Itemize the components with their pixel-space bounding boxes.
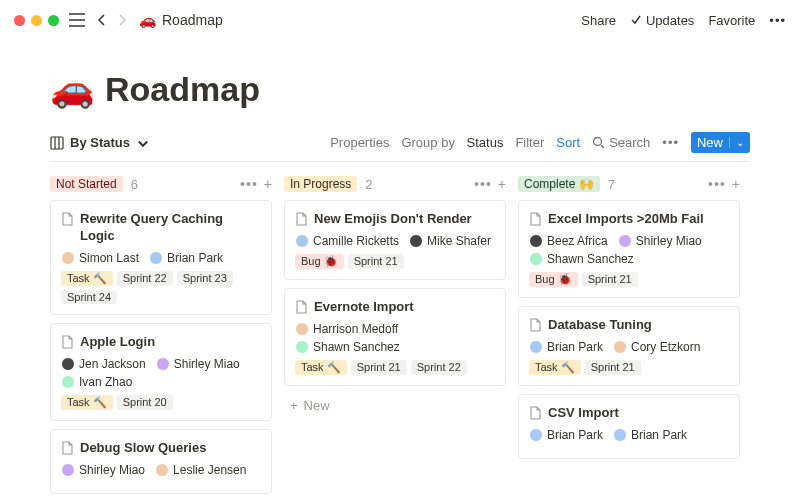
page-icon — [529, 212, 542, 226]
page-icon — [529, 318, 542, 332]
board-card[interactable]: Excel Imports >20Mb FailBeez AfricaShirl… — [518, 200, 740, 298]
more-icon[interactable]: ••• — [769, 13, 786, 28]
column-header: Complete 🙌7•••+ — [518, 176, 740, 192]
page-emoji[interactable]: 🚗 — [50, 68, 95, 110]
card-person: Leslie Jensen — [155, 463, 246, 477]
board-card[interactable]: Database TuningBrian ParkCory EtzkornTas… — [518, 306, 740, 386]
view-selector[interactable]: By Status — [50, 135, 150, 150]
person-name: Beez Africa — [547, 234, 608, 248]
avatar — [149, 251, 163, 265]
board-card[interactable]: Evernote ImportHarrison MedoffShawn Sanc… — [284, 288, 506, 386]
column-more-icon[interactable]: ••• — [474, 176, 492, 192]
person-name: Brian Park — [167, 251, 223, 265]
column-status-tag[interactable]: In Progress — [284, 176, 357, 192]
back-icon[interactable] — [95, 13, 109, 27]
updates-button[interactable]: Updates — [630, 13, 694, 28]
search-icon — [592, 136, 605, 149]
avatar — [61, 463, 75, 477]
board-card[interactable]: Apple LoginJen JacksonShirley MiaoIvan Z… — [50, 323, 272, 421]
card-title-text: Apple Login — [80, 334, 155, 351]
card-person: Camille Ricketts — [295, 234, 399, 248]
add-card-button[interactable]: +New — [284, 394, 506, 417]
filter-button[interactable]: Filter — [515, 135, 544, 150]
column-header: Not Started6•••+ — [50, 176, 272, 192]
column-status-tag[interactable]: Complete 🙌 — [518, 176, 600, 192]
card-tags: Task 🔨Sprint 21Sprint 22 — [295, 360, 495, 375]
chevron-down-icon[interactable]: ⌄ — [729, 137, 744, 148]
card-person: Shawn Sanchez — [529, 252, 634, 266]
menu-icon[interactable] — [69, 13, 85, 27]
card-tag: Sprint 20 — [117, 395, 173, 410]
maximize-window-icon[interactable] — [48, 15, 59, 26]
card-person: Brian Park — [613, 428, 687, 442]
share-button[interactable]: Share — [581, 13, 616, 28]
favorite-button[interactable]: Favorite — [708, 13, 755, 28]
card-tags: Task 🔨Sprint 22Sprint 23Sprint 24 — [61, 271, 261, 304]
card-tag: Task 🔨 — [529, 360, 581, 375]
card-tag: Task 🔨 — [61, 271, 113, 286]
check-icon — [630, 14, 642, 26]
page-title[interactable]: Roadmap — [105, 70, 260, 109]
column-more-icon[interactable]: ••• — [708, 176, 726, 192]
avatar — [613, 340, 627, 354]
plus-icon: + — [290, 398, 298, 413]
card-person: Harrison Medoff — [295, 322, 398, 336]
card-person: Shawn Sanchez — [295, 340, 400, 354]
card-people: Jen JacksonShirley MiaoIvan Zhao — [61, 357, 261, 389]
avatar — [295, 234, 309, 248]
board-card[interactable]: New Emojis Don't RenderCamille RickettsM… — [284, 200, 506, 280]
avatar — [295, 322, 309, 336]
avatar — [613, 428, 627, 442]
person-name: Jen Jackson — [79, 357, 146, 371]
avatar — [61, 357, 75, 371]
sort-button[interactable]: Sort — [556, 135, 580, 150]
forward-icon[interactable] — [115, 13, 129, 27]
column-count: 2 — [365, 177, 372, 192]
properties-button[interactable]: Properties — [330, 135, 389, 150]
traffic-lights — [14, 15, 59, 26]
close-window-icon[interactable] — [14, 15, 25, 26]
card-person: Cory Etzkorn — [613, 340, 700, 354]
window-topbar: 🚗 Roadmap Share Updates Favorite ••• — [0, 0, 800, 40]
card-person: Shirley Miao — [618, 234, 702, 248]
board-card[interactable]: CSV ImportBrian ParkBrian Park — [518, 394, 740, 459]
groupby-button[interactable]: Group by Status — [401, 135, 503, 150]
board-column: Not Started6•••+Rewrite Query Caching Lo… — [50, 176, 272, 500]
column-status-tag[interactable]: Not Started — [50, 176, 123, 192]
minimize-window-icon[interactable] — [31, 15, 42, 26]
view-more-icon[interactable]: ••• — [662, 135, 679, 150]
breadcrumb[interactable]: 🚗 Roadmap — [139, 12, 223, 28]
board-icon — [50, 136, 64, 150]
person-name: Leslie Jensen — [173, 463, 246, 477]
card-person: Shirley Miao — [156, 357, 240, 371]
board-card[interactable]: Rewrite Query Caching LogicSimon LastBri… — [50, 200, 272, 315]
nav-arrows — [95, 13, 129, 27]
card-people: Brian ParkCory Etzkorn — [529, 340, 729, 354]
card-tag: Task 🔨 — [295, 360, 347, 375]
page-content: 🚗 Roadmap By Status Properties Group by … — [0, 40, 800, 500]
column-add-icon[interactable]: + — [264, 176, 272, 192]
card-person: Shirley Miao — [61, 463, 145, 477]
column-add-icon[interactable]: + — [732, 176, 740, 192]
column-more-icon[interactable]: ••• — [240, 176, 258, 192]
person-name: Shirley Miao — [174, 357, 240, 371]
card-people: Beez AfricaShirley MiaoShawn Sanchez — [529, 234, 729, 266]
card-title-text: Rewrite Query Caching Logic — [80, 211, 261, 245]
search-button[interactable]: Search — [592, 135, 650, 150]
card-tag: Sprint 23 — [177, 271, 233, 286]
new-button[interactable]: New ⌄ — [691, 132, 750, 153]
card-person: Mike Shafer — [409, 234, 491, 248]
avatar — [529, 340, 543, 354]
card-title-text: Evernote Import — [314, 299, 414, 316]
card-title-text: New Emojis Don't Render — [314, 211, 472, 228]
card-person: Brian Park — [149, 251, 223, 265]
avatar — [529, 428, 543, 442]
card-tag: Sprint 21 — [585, 360, 641, 375]
card-people: Camille RickettsMike Shafer — [295, 234, 495, 248]
card-people: Brian ParkBrian Park — [529, 428, 729, 442]
column-add-icon[interactable]: + — [498, 176, 506, 192]
avatar — [618, 234, 632, 248]
card-people: Simon LastBrian Park — [61, 251, 261, 265]
card-tag: Sprint 24 — [61, 290, 117, 304]
board-card[interactable]: Debug Slow QueriesShirley MiaoLeslie Jen… — [50, 429, 272, 494]
